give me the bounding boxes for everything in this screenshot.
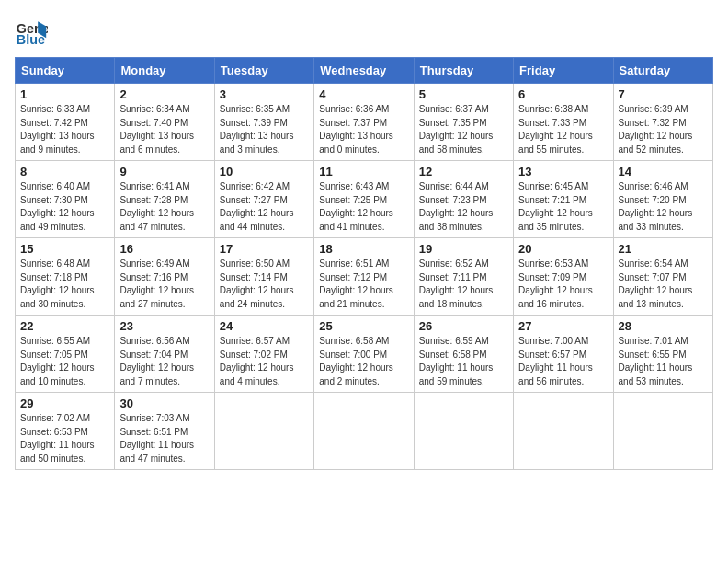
day-cell-26: 26Sunrise: 6:59 AMSunset: 6:58 PMDayligh… — [414, 316, 513, 393]
calendar-table: SundayMondayTuesdayWednesdayThursdayFrid… — [15, 57, 713, 470]
day-info: Sunrise: 6:41 AMSunset: 7:28 PMDaylight:… — [119, 180, 209, 234]
day-number: 6 — [518, 87, 608, 101]
day-info: Sunrise: 6:38 AMSunset: 7:33 PMDaylight:… — [518, 103, 608, 156]
week-row-4: 22Sunrise: 6:55 AMSunset: 7:05 PMDayligh… — [16, 316, 713, 393]
day-number: 13 — [518, 165, 608, 178]
header-monday: Monday — [115, 58, 214, 84]
day-number: 20 — [518, 242, 608, 256]
day-cell-17: 17Sunrise: 6:50 AMSunset: 7:14 PMDayligh… — [214, 238, 313, 316]
day-info: Sunrise: 6:54 AMSunset: 7:07 PMDaylight:… — [619, 258, 708, 311]
day-cell-5: 5Sunrise: 6:37 AMSunset: 7:35 PMDaylight… — [414, 84, 513, 161]
day-number: 25 — [319, 319, 408, 333]
day-cell-7: 7Sunrise: 6:39 AMSunset: 7:32 PMDaylight… — [613, 84, 712, 161]
day-number: 4 — [319, 87, 408, 101]
day-info: Sunrise: 7:01 AMSunset: 6:55 PMDaylight:… — [619, 335, 708, 388]
day-number: 30 — [119, 396, 209, 410]
header-friday: Friday — [514, 58, 613, 84]
day-info: Sunrise: 6:39 AMSunset: 7:32 PMDaylight:… — [619, 103, 708, 156]
svg-text:Blue: Blue — [17, 32, 45, 47]
day-info: Sunrise: 6:46 AMSunset: 7:20 PMDaylight:… — [619, 180, 708, 234]
day-number: 27 — [518, 319, 608, 333]
header-saturday: Saturday — [613, 58, 712, 84]
day-cell-19: 19Sunrise: 6:52 AMSunset: 7:11 PMDayligh… — [414, 238, 513, 316]
day-cell-8: 8Sunrise: 6:40 AMSunset: 7:30 PMDaylight… — [16, 161, 115, 238]
day-info: Sunrise: 6:51 AMSunset: 7:12 PMDaylight:… — [319, 258, 408, 311]
empty-cell — [514, 393, 613, 470]
day-number: 14 — [619, 165, 708, 178]
day-cell-23: 23Sunrise: 6:56 AMSunset: 7:04 PMDayligh… — [115, 316, 214, 393]
day-cell-16: 16Sunrise: 6:49 AMSunset: 7:16 PMDayligh… — [115, 238, 214, 316]
day-info: Sunrise: 6:35 AMSunset: 7:39 PMDaylight:… — [220, 103, 309, 156]
empty-cell — [214, 393, 313, 470]
header-tuesday: Tuesday — [214, 58, 313, 84]
day-cell-20: 20Sunrise: 6:53 AMSunset: 7:09 PMDayligh… — [514, 238, 613, 316]
day-cell-27: 27Sunrise: 7:00 AMSunset: 6:57 PMDayligh… — [514, 316, 613, 393]
day-number: 10 — [220, 165, 309, 178]
header-thursday: Thursday — [414, 58, 513, 84]
header: General Blue — [15, 15, 713, 48]
day-cell-15: 15Sunrise: 6:48 AMSunset: 7:18 PMDayligh… — [16, 238, 115, 316]
day-cell-4: 4Sunrise: 6:36 AMSunset: 7:37 PMDaylight… — [314, 84, 414, 161]
day-info: Sunrise: 6:37 AMSunset: 7:35 PMDaylight:… — [419, 103, 508, 156]
day-number: 17 — [220, 242, 309, 256]
empty-cell — [314, 393, 414, 470]
day-info: Sunrise: 7:02 AMSunset: 6:53 PMDaylight:… — [20, 412, 109, 465]
day-info: Sunrise: 6:52 AMSunset: 7:11 PMDaylight:… — [419, 258, 508, 311]
day-info: Sunrise: 6:56 AMSunset: 7:04 PMDaylight:… — [119, 335, 209, 388]
day-info: Sunrise: 6:58 AMSunset: 7:00 PMDaylight:… — [319, 335, 408, 388]
week-row-2: 8Sunrise: 6:40 AMSunset: 7:30 PMDaylight… — [16, 161, 713, 238]
day-cell-9: 9Sunrise: 6:41 AMSunset: 7:28 PMDaylight… — [115, 161, 214, 238]
day-cell-3: 3Sunrise: 6:35 AMSunset: 7:39 PMDaylight… — [214, 84, 313, 161]
week-row-1: 1Sunrise: 6:33 AMSunset: 7:42 PMDaylight… — [16, 84, 713, 161]
day-number: 8 — [20, 165, 109, 178]
day-number: 18 — [319, 242, 408, 256]
calendar-header-row: SundayMondayTuesdayWednesdayThursdayFrid… — [16, 58, 713, 84]
day-number: 26 — [419, 319, 508, 333]
day-number: 11 — [319, 165, 408, 178]
day-number: 5 — [419, 87, 508, 101]
day-info: Sunrise: 6:57 AMSunset: 7:02 PMDaylight:… — [220, 335, 309, 388]
day-number: 7 — [619, 87, 708, 101]
day-info: Sunrise: 6:44 AMSunset: 7:23 PMDaylight:… — [419, 180, 508, 234]
day-number: 1 — [20, 87, 109, 101]
day-cell-11: 11Sunrise: 6:43 AMSunset: 7:25 PMDayligh… — [314, 161, 414, 238]
day-info: Sunrise: 6:40 AMSunset: 7:30 PMDaylight:… — [20, 180, 109, 234]
day-cell-18: 18Sunrise: 6:51 AMSunset: 7:12 PMDayligh… — [314, 238, 414, 316]
day-number: 23 — [119, 319, 209, 333]
day-cell-2: 2Sunrise: 6:34 AMSunset: 7:40 PMDaylight… — [115, 84, 214, 161]
logo-icon: General Blue — [15, 15, 48, 48]
day-info: Sunrise: 6:48 AMSunset: 7:18 PMDaylight:… — [20, 258, 109, 311]
day-cell-14: 14Sunrise: 6:46 AMSunset: 7:20 PMDayligh… — [613, 161, 712, 238]
day-number: 15 — [20, 242, 109, 256]
day-cell-10: 10Sunrise: 6:42 AMSunset: 7:27 PMDayligh… — [214, 161, 313, 238]
day-number: 24 — [220, 319, 309, 333]
day-cell-25: 25Sunrise: 6:58 AMSunset: 7:00 PMDayligh… — [314, 316, 414, 393]
day-number: 16 — [119, 242, 209, 256]
week-row-3: 15Sunrise: 6:48 AMSunset: 7:18 PMDayligh… — [16, 238, 713, 316]
day-info: Sunrise: 7:00 AMSunset: 6:57 PMDaylight:… — [518, 335, 608, 388]
day-number: 2 — [119, 87, 209, 101]
day-cell-21: 21Sunrise: 6:54 AMSunset: 7:07 PMDayligh… — [613, 238, 712, 316]
day-number: 3 — [220, 87, 309, 101]
day-cell-22: 22Sunrise: 6:55 AMSunset: 7:05 PMDayligh… — [16, 316, 115, 393]
day-number: 12 — [419, 165, 508, 178]
day-cell-13: 13Sunrise: 6:45 AMSunset: 7:21 PMDayligh… — [514, 161, 613, 238]
day-cell-6: 6Sunrise: 6:38 AMSunset: 7:33 PMDaylight… — [514, 84, 613, 161]
week-row-5: 29Sunrise: 7:02 AMSunset: 6:53 PMDayligh… — [16, 393, 713, 470]
day-cell-30: 30Sunrise: 7:03 AMSunset: 6:51 PMDayligh… — [115, 393, 214, 470]
day-number: 28 — [619, 319, 708, 333]
day-number: 21 — [619, 242, 708, 256]
header-sunday: Sunday — [16, 58, 115, 84]
empty-cell — [414, 393, 513, 470]
day-info: Sunrise: 6:45 AMSunset: 7:21 PMDaylight:… — [518, 180, 608, 234]
logo: General Blue — [15, 15, 51, 48]
day-info: Sunrise: 6:59 AMSunset: 6:58 PMDaylight:… — [419, 335, 508, 388]
day-cell-1: 1Sunrise: 6:33 AMSunset: 7:42 PMDaylight… — [16, 84, 115, 161]
header-wednesday: Wednesday — [314, 58, 414, 84]
day-info: Sunrise: 6:43 AMSunset: 7:25 PMDaylight:… — [319, 180, 408, 234]
day-info: Sunrise: 6:49 AMSunset: 7:16 PMDaylight:… — [119, 258, 209, 311]
day-info: Sunrise: 6:34 AMSunset: 7:40 PMDaylight:… — [119, 103, 209, 156]
day-number: 19 — [419, 242, 508, 256]
day-info: Sunrise: 6:55 AMSunset: 7:05 PMDaylight:… — [20, 335, 109, 388]
day-number: 9 — [119, 165, 209, 178]
